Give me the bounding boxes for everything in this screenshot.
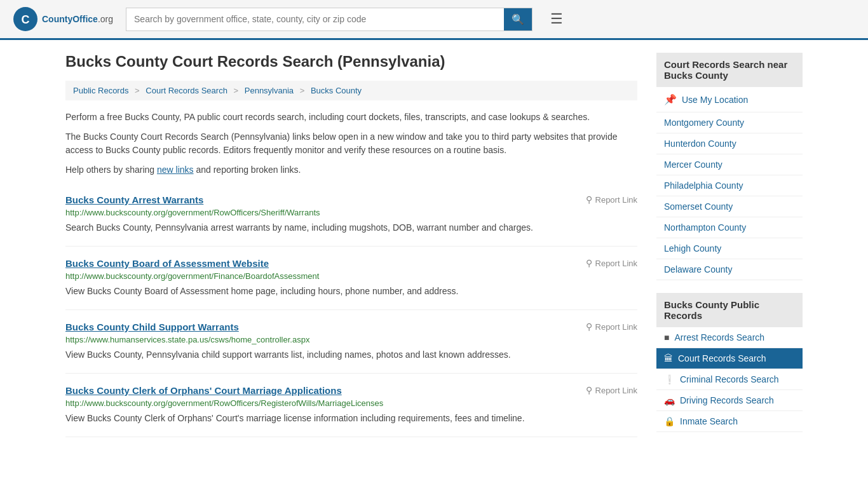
breadcrumb-sep-1: >	[135, 86, 140, 95]
use-location-link[interactable]: Use My Location	[682, 95, 748, 105]
record-item: Bucks County Child Support Warrants ⚲ Re…	[65, 310, 637, 374]
arrest-icon: ■	[664, 332, 669, 342]
report-icon-1: ⚲	[586, 194, 592, 205]
page-title: Bucks County Court Records Search (Penns…	[65, 53, 637, 71]
record-item: Bucks County Arrest Warrants ⚲ Report Li…	[65, 183, 637, 247]
breadcrumb-bucks-county[interactable]: Bucks County	[311, 86, 362, 95]
search-icon: 🔍	[512, 14, 524, 25]
record-desc-4: View Bucks County Clerk of Orphans' Cour…	[65, 412, 637, 425]
description-3: Help others by sharing new links and rep…	[65, 163, 637, 177]
breadcrumb: Public Records > Court Records Search > …	[65, 81, 637, 100]
sidebar-item-northampton[interactable]: Northampton County	[656, 217, 803, 238]
sidebar: Court Records Search near Bucks County 📌…	[656, 53, 803, 445]
public-records-section: Bucks County Public Records ■ Arrest Rec…	[656, 293, 803, 432]
header: C CountyOffice.org 🔍 ☰	[0, 0, 868, 40]
record-title-3[interactable]: Bucks County Child Support Warrants	[65, 322, 239, 332]
hamburger-icon: ☰	[550, 11, 563, 27]
public-records-title: Bucks County Public Records	[656, 293, 803, 327]
search-bar: 🔍	[126, 8, 532, 31]
svg-text:C: C	[22, 13, 30, 26]
sidebar-item-hunterdon[interactable]: Hunterdon County	[656, 133, 803, 154]
record-title-row: Bucks County Clerk of Orphans' Court Mar…	[65, 385, 637, 396]
sidebar-item-lehigh[interactable]: Lehigh County	[656, 238, 803, 259]
logo-text: CountyOffice.org	[42, 14, 113, 24]
report-icon-4: ⚲	[586, 385, 592, 395]
nearby-section-title: Court Records Search near Bucks County	[656, 53, 803, 87]
pin-icon: 📌	[664, 93, 677, 105]
report-icon-2: ⚲	[586, 258, 592, 268]
content-area: Bucks County Court Records Search (Penns…	[65, 53, 637, 445]
driving-icon: 🚗	[664, 395, 675, 405]
logo-link[interactable]: C CountyOffice.org	[13, 6, 113, 32]
sidebar-item-mercer[interactable]: Mercer County	[656, 154, 803, 175]
report-link-1[interactable]: ⚲ Report Link	[586, 194, 637, 205]
record-url-4[interactable]: http://www.buckscounty.org/government/Ro…	[65, 398, 637, 408]
nearby-section: Court Records Search near Bucks County 📌…	[656, 53, 803, 280]
record-desc-2: View Bucks County Board of Assessment ho…	[65, 285, 637, 298]
record-item: Bucks County Clerk of Orphans' Court Mar…	[65, 374, 637, 437]
court-icon: 🏛	[664, 353, 673, 363]
search-button[interactable]: 🔍	[504, 8, 532, 30]
report-link-2[interactable]: ⚲ Report Link	[586, 258, 637, 268]
report-icon-3: ⚲	[586, 322, 592, 332]
record-title-4[interactable]: Bucks County Clerk of Orphans' Court Mar…	[65, 385, 342, 396]
sidebar-item-somerset[interactable]: Somerset County	[656, 196, 803, 217]
sidebar-item-court-records[interactable]: 🏛 Court Records Search	[656, 348, 803, 369]
main-container: Bucks County Court Records Search (Penns…	[53, 40, 815, 458]
sidebar-item-philadelphia[interactable]: Philadelphia County	[656, 175, 803, 196]
record-url-2[interactable]: http://www.buckscounty.org/government/Fi…	[65, 271, 637, 281]
record-url-1[interactable]: http://www.buckscounty.org/government/Ro…	[65, 208, 637, 217]
report-link-4[interactable]: ⚲ Report Link	[586, 385, 637, 395]
sidebar-item-delaware[interactable]: Delaware County	[656, 259, 803, 280]
record-url-3[interactable]: https://www.humanservices.state.pa.us/cs…	[65, 335, 637, 344]
sidebar-item-arrest-records[interactable]: ■ Arrest Records Search	[656, 327, 803, 348]
breadcrumb-sep-2: >	[234, 86, 239, 95]
description-2: The Bucks County Court Records Search (P…	[65, 130, 637, 157]
record-desc-3: View Bucks County, Pennsylvania child su…	[65, 348, 637, 362]
breadcrumb-sep-3: >	[300, 86, 305, 95]
record-desc-1: Search Bucks County, Pennsylvania arrest…	[65, 221, 637, 234]
criminal-icon: ❕	[664, 374, 675, 384]
breadcrumb-court-records[interactable]: Court Records Search	[146, 86, 227, 95]
breadcrumb-public-records[interactable]: Public Records	[73, 86, 128, 95]
menu-button[interactable]: ☰	[545, 8, 568, 30]
inmate-icon: 🔒	[664, 416, 675, 426]
record-title-1[interactable]: Bucks County Arrest Warrants	[65, 194, 203, 205]
sidebar-item-inmate-search[interactable]: 🔒 Inmate Search	[656, 411, 803, 432]
sidebar-item-driving-records[interactable]: 🚗 Driving Records Search	[656, 390, 803, 411]
record-title-2[interactable]: Bucks County Board of Assessment Website	[65, 258, 269, 269]
use-location[interactable]: 📌 Use My Location	[656, 87, 803, 112]
search-input[interactable]	[126, 8, 504, 30]
breadcrumb-pennsylvania[interactable]: Pennsylvania	[245, 86, 294, 95]
sidebar-item-criminal-records[interactable]: ❕ Criminal Records Search	[656, 369, 803, 390]
report-link-3[interactable]: ⚲ Report Link	[586, 322, 637, 332]
record-title-row: Bucks County Arrest Warrants ⚲ Report Li…	[65, 194, 637, 205]
record-title-row: Bucks County Board of Assessment Website…	[65, 258, 637, 269]
description-1: Perform a free Bucks County, PA public c…	[65, 111, 637, 124]
logo-icon: C	[13, 6, 38, 32]
record-title-row: Bucks County Child Support Warrants ⚲ Re…	[65, 322, 637, 332]
new-links-link[interactable]: new links	[157, 165, 194, 175]
record-item: Bucks County Board of Assessment Website…	[65, 247, 637, 310]
records-list: Bucks County Arrest Warrants ⚲ Report Li…	[65, 183, 637, 437]
sidebar-item-montgomery[interactable]: Montgomery County	[656, 112, 803, 133]
